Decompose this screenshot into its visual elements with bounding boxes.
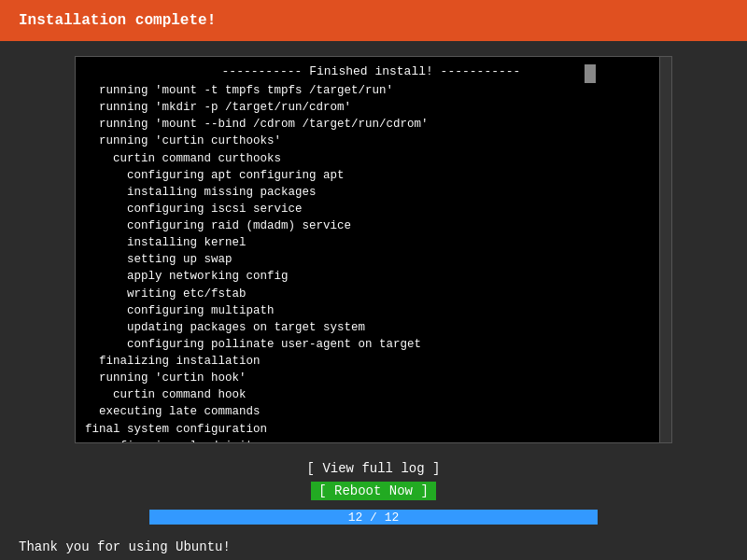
- progress-label: 12 / 12: [348, 511, 400, 525]
- scrollbar-thumb[interactable]: [585, 64, 596, 83]
- terminal-line: curtin command curthooks: [85, 150, 657, 167]
- terminal-header: ----------- Finished install! ----------…: [85, 64, 657, 78]
- terminal-line: finalizing installation: [85, 353, 657, 370]
- terminal-line: configuring cloud-init: [85, 438, 657, 443]
- terminal-line: configuring iscsi service: [85, 201, 657, 217]
- reboot-button[interactable]: [ Reboot Now ]: [311, 482, 436, 500]
- terminal-line: updating packages on target system: [85, 319, 657, 336]
- view-log-button[interactable]: [ View full log ]: [300, 459, 448, 478]
- terminal-line: running 'curtin hook': [85, 370, 657, 386]
- terminal-line: configuring raid (mdadm) service: [85, 217, 657, 234]
- terminal-line: installing missing packages: [85, 184, 657, 201]
- terminal-line: running 'mkdir -p /target/run/cdrom': [85, 99, 657, 116]
- terminal-line: configuring apt configuring apt: [85, 167, 657, 184]
- terminal-line: running 'curtin curthooks': [85, 133, 657, 149]
- terminal-line: setting up swap: [85, 251, 657, 268]
- terminal-line: configuring pollinate user-agent on targ…: [85, 336, 657, 353]
- footer-text: Thank you for using Ubuntu!: [19, 539, 231, 554]
- terminal-line: final system configuration: [85, 421, 657, 438]
- terminal-line: curtin command hook: [85, 386, 657, 403]
- terminal-line: running 'mount -t tmpfs tmpfs /target/ru…: [85, 82, 657, 99]
- buttons-area: [ View full log ] [ Reboot Now ]: [0, 459, 747, 500]
- terminal-line: executing late commands: [85, 403, 657, 420]
- terminal-line: running 'mount --bind /cdrom /target/run…: [85, 116, 657, 133]
- top-banner: Installation complete!: [0, 0, 747, 41]
- progress-bar: 12 / 12: [149, 510, 598, 525]
- terminal-line: apply networking config: [85, 268, 657, 285]
- scrollbar-track[interactable]: [659, 56, 672, 443]
- terminal-lines: running 'mount -t tmpfs tmpfs /target/ru…: [85, 82, 657, 443]
- banner-title: Installation complete!: [19, 12, 216, 29]
- terminal-line: writing etc/fstab: [85, 286, 657, 302]
- terminal-line: installing kernel: [85, 234, 657, 251]
- terminal-box: ----------- Finished install! ----------…: [75, 56, 668, 443]
- terminal-line: configuring multipath: [85, 302, 657, 319]
